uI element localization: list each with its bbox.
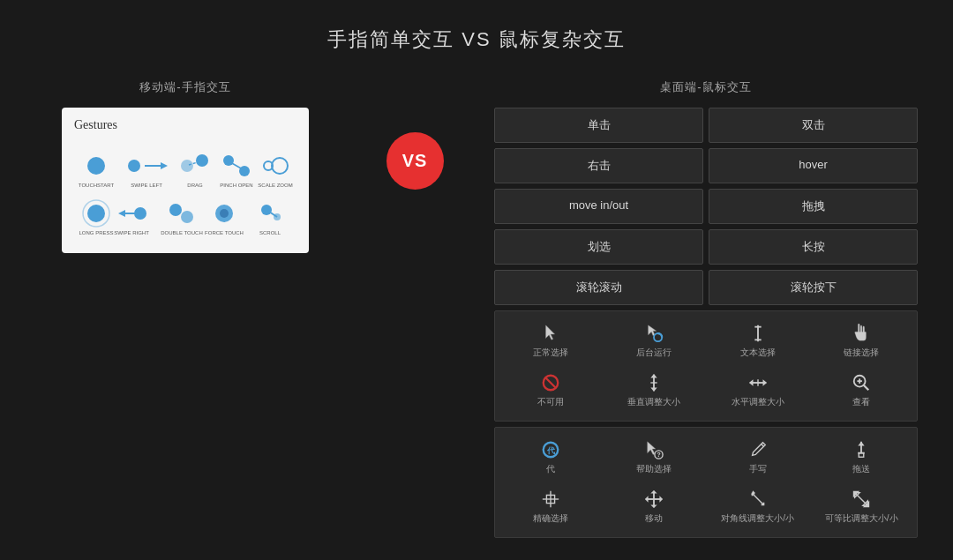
- cursor-label-zoom: 查看: [852, 396, 870, 408]
- cursor-label-notallowed: 不可用: [537, 396, 564, 408]
- btn-double-click[interactable]: 双击: [709, 108, 918, 143]
- cursor-box-1: 正常选择 后台运行: [494, 310, 918, 422]
- left-section: 移动端-手指交互 Gestures TOUCHSTART SWIPE LEFT: [35, 79, 335, 253]
- svg-text:SCROLL: SCROLL: [259, 230, 281, 235]
- btn-single-click[interactable]: 单击: [494, 108, 703, 143]
- cursor-label-pen: 代: [546, 463, 555, 475]
- svg-text:DOUBLE TOUCH: DOUBLE TOUCH: [161, 230, 202, 235]
- button-grid: 单击 双击 右击 hover move in/out 拖拽 划选 长按 滚轮滚动…: [494, 108, 918, 305]
- cursor-item-working: 后台运行: [604, 318, 705, 364]
- svg-text:代: 代: [545, 446, 555, 455]
- cursor-label-working: 后台运行: [636, 347, 672, 359]
- svg-marker-45: [749, 379, 754, 385]
- right-section-title: 桌面端-鼠标交互: [660, 79, 751, 95]
- svg-marker-46: [762, 379, 767, 385]
- svg-marker-41: [651, 374, 657, 378]
- cursor-item-pen: 代 代: [500, 435, 601, 481]
- svg-point-2: [128, 160, 140, 172]
- svg-marker-67: [645, 496, 649, 502]
- cursor-item-text: 文本选择: [708, 318, 808, 364]
- cursor-label-pointer: 链接选择: [844, 347, 879, 359]
- svg-text:TOUCHSTART: TOUCHSTART: [79, 183, 115, 188]
- cursor-label-resize-h: 水平调整大小: [732, 396, 784, 408]
- svg-marker-4: [161, 162, 168, 169]
- svg-point-15: [272, 158, 288, 174]
- cursor-item-move-up: 拖送: [812, 435, 912, 481]
- cursor-item-resize-v: 垂直调整大小: [604, 368, 705, 414]
- btn-drag[interactable]: 拖拽: [709, 189, 918, 224]
- main-title: 手指简单交互 VS 鼠标复杂交互: [327, 26, 626, 53]
- gesture-image: Gestures TOUCHSTART SWIPE LEFT: [62, 108, 309, 253]
- svg-point-24: [169, 204, 182, 216]
- cursor-item-normal: 正常选择: [500, 318, 601, 364]
- cursor-item-notallowed: 不可用: [500, 368, 601, 414]
- btn-select[interactable]: 划选: [494, 229, 703, 265]
- cursor-label-resize-v: 垂直调整大小: [627, 396, 680, 408]
- cursor-item-crosshair: 精确选择: [500, 484, 601, 530]
- cursor-item-pointer: 链接选择: [812, 318, 912, 364]
- svg-text:PINCH OPEN: PINCH OPEN: [220, 183, 252, 188]
- right-section: 桌面端-鼠标交互 单击 双击 右击 hover move in/out 拖拽 划…: [494, 79, 918, 543]
- svg-text:DRAG: DRAG: [187, 183, 203, 188]
- svg-point-0: [87, 157, 105, 175]
- svg-text:?: ?: [657, 451, 662, 459]
- svg-point-17: [87, 205, 105, 222]
- vs-circle: VS: [386, 132, 444, 190]
- svg-point-25: [181, 211, 193, 223]
- gesture-diagram: TOUCHSTART SWIPE LEFT DRAG PINCH OP: [74, 141, 296, 243]
- btn-right-click[interactable]: 右击: [494, 148, 703, 183]
- cursor-item-handwrite: 手写: [708, 435, 808, 481]
- svg-point-10: [223, 155, 234, 166]
- gesture-title: Gestures: [74, 118, 296, 132]
- svg-marker-65: [651, 490, 657, 494]
- cursor-item-corner-resize: 可等比调整大小/小: [812, 484, 912, 530]
- svg-marker-22: [118, 210, 125, 217]
- left-section-title: 移动端-手指交互: [139, 79, 230, 95]
- svg-line-69: [752, 494, 763, 505]
- svg-line-49: [864, 385, 869, 391]
- svg-marker-68: [660, 496, 664, 502]
- svg-text:LONG PRESS: LONG PRESS: [79, 230, 113, 235]
- cursor-label-helparrow: 帮助选择: [636, 463, 672, 475]
- svg-marker-66: [651, 504, 657, 508]
- cursor-item-move: 移动: [604, 484, 705, 530]
- svg-marker-57: [859, 442, 865, 446]
- cursor-label-handwrite: 手写: [749, 463, 767, 475]
- cursor-grid-2: 代 代 ? 帮助选择: [500, 435, 912, 530]
- content-area: 移动端-手指交互 Gestures TOUCHSTART SWIPE LEFT: [35, 79, 918, 543]
- cursor-item-zoom: 查看: [812, 368, 912, 414]
- page-container: 手指简单交互 VS 鼠标复杂交互 移动端-手指交互 Gestures TOUCH…: [0, 0, 953, 560]
- cursor-label-corner-resize: 可等比调整大小/小: [825, 512, 898, 525]
- svg-point-32: [274, 213, 281, 220]
- svg-text:FORCE TOUCH: FORCE TOUCH: [205, 230, 244, 235]
- svg-text:SWIPE LEFT: SWIPE LEFT: [131, 183, 162, 188]
- cursor-item-helparrow: ? 帮助选择: [604, 435, 705, 481]
- cursor-label-normal: 正常选择: [533, 347, 568, 359]
- svg-point-7: [196, 154, 208, 167]
- btn-scroll-wheel[interactable]: 滚轮滚动: [494, 270, 703, 305]
- svg-text:SCALE ZOOM: SCALE ZOOM: [258, 183, 292, 188]
- cursor-item-resize-h: 水平调整大小: [708, 368, 808, 414]
- vs-section: VS: [371, 79, 459, 190]
- svg-line-39: [545, 378, 555, 388]
- svg-point-28: [220, 209, 229, 218]
- cursor-label-move: 移动: [645, 512, 663, 525]
- cursor-label-corner-diag: 对角线调整大小/小: [721, 512, 794, 525]
- svg-text:SWIPE RIGHT: SWIPE RIGHT: [114, 230, 149, 235]
- cursor-label-crosshair: 精确选择: [533, 512, 568, 525]
- svg-point-11: [239, 166, 250, 176]
- cursor-label-move-up: 拖送: [852, 463, 870, 475]
- btn-move-inout[interactable]: move in/out: [494, 189, 703, 224]
- svg-point-6: [181, 160, 193, 172]
- svg-marker-42: [651, 388, 657, 392]
- cursor-box-2: 代 代 ? 帮助选择: [494, 427, 918, 538]
- cursor-label-text: 文本选择: [740, 347, 776, 359]
- svg-line-12: [230, 162, 243, 169]
- btn-long-press[interactable]: 长按: [709, 229, 918, 265]
- btn-hover[interactable]: hover: [709, 148, 918, 183]
- svg-line-71: [855, 493, 868, 506]
- btn-scroll-press[interactable]: 滚轮按下: [709, 270, 918, 305]
- cursor-grid-1: 正常选择 后台运行: [500, 318, 912, 414]
- cursor-item-corner-diag: 对角线调整大小/小: [708, 484, 808, 530]
